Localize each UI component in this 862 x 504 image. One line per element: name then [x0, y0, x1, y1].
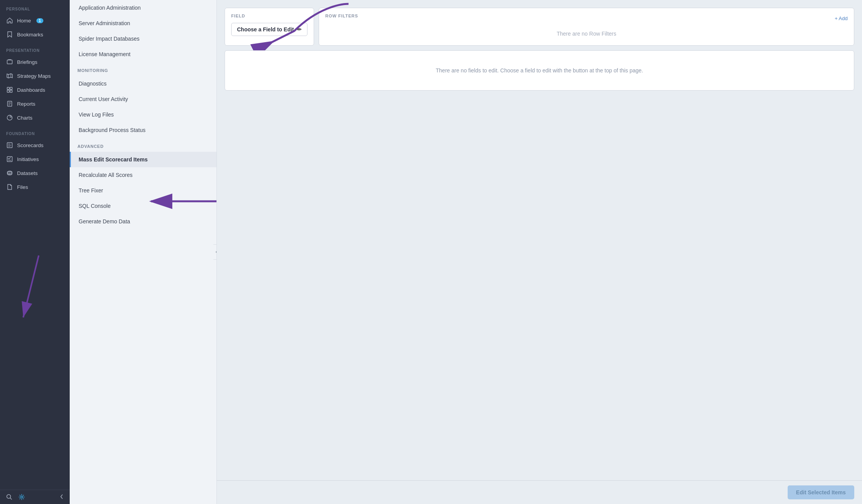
sidebar-item-briefings[interactable]: Briefings — [0, 55, 70, 69]
sidebar-item-datasets[interactable]: Datasets — [0, 166, 70, 180]
home-badge: 1 — [36, 18, 43, 23]
main-content: FIELD Choose a Field to Edit ✏ ROW FILTE… — [217, 0, 862, 480]
sidebar-item-home-label: Home — [17, 18, 31, 24]
nav-item-diagnostics[interactable]: Diagnostics — [70, 76, 216, 91]
search-icon-btn[interactable] — [6, 494, 12, 500]
pencil-icon: ✏ — [297, 26, 302, 33]
svg-point-11 — [21, 496, 23, 498]
add-row-filter-button[interactable]: + Add — [835, 15, 848, 21]
settings-icon-btn[interactable] — [19, 494, 25, 500]
sidebar-item-dashboards-label: Dashboards — [17, 87, 45, 93]
svg-rect-0 — [7, 60, 12, 64]
top-row: FIELD Choose a Field to Edit ✏ ROW FILTE… — [225, 8, 854, 46]
nav-panel: Application Administration Server Admini… — [70, 0, 217, 504]
no-fields-text: There are no fields to edit. Choose a fi… — [436, 67, 643, 74]
dashboards-icon — [6, 86, 13, 93]
sidebar-item-charts-label: Charts — [17, 115, 33, 121]
main-area: FIELD Choose a Field to Edit ✏ ROW FILTE… — [217, 0, 862, 504]
nav-item-server-administration[interactable]: Server Administration — [70, 15, 216, 31]
sidebar-item-charts[interactable]: Charts — [0, 111, 70, 125]
sidebar-foundation-label: FOUNDATION — [0, 125, 70, 138]
nav-item-application-administration[interactable]: Application Administration — [70, 0, 216, 15]
svg-rect-8 — [7, 157, 12, 162]
no-filters-text: There are no Row Filters — [325, 27, 848, 40]
nav-monitoring-label: MONITORING — [70, 62, 216, 76]
svg-point-9 — [7, 171, 12, 173]
home-icon — [6, 17, 13, 24]
nav-advanced-label: ADVANCED — [70, 138, 216, 152]
nav-item-spider-impact-databases[interactable]: Spider Impact Databases — [70, 31, 216, 46]
initiatives-icon — [6, 156, 13, 163]
reports-icon — [6, 100, 13, 107]
datasets-icon — [6, 170, 13, 177]
sidebar: PERSONAL Home 1 Bookmarks PRESENTATION B… — [0, 0, 70, 504]
nav-item-mass-edit-scorecard-items[interactable]: Mass Edit Scorecard Items — [70, 152, 216, 167]
sidebar-item-files[interactable]: Files — [0, 180, 70, 194]
nav-panel-collapse[interactable] — [213, 244, 217, 260]
nav-item-generate-demo-data[interactable]: Generate Demo Data — [70, 214, 216, 229]
sidebar-item-scorecards-label: Scorecards — [17, 142, 43, 148]
sidebar-item-initiatives[interactable]: Initiatives — [0, 152, 70, 166]
sidebar-item-briefings-label: Briefings — [17, 59, 38, 65]
svg-rect-2 — [10, 87, 12, 90]
sidebar-item-files-label: Files — [17, 184, 28, 190]
sidebar-item-datasets-label: Datasets — [17, 170, 38, 176]
field-panel-header: FIELD — [231, 14, 307, 18]
map-icon — [6, 72, 13, 79]
sidebar-item-strategy-maps-label: Strategy Maps — [17, 73, 51, 79]
files-icon — [6, 183, 13, 190]
sidebar-personal-label: PERSONAL — [0, 0, 70, 14]
choose-field-label: Choose a Field to Edit — [237, 26, 294, 33]
sidebar-presentation-label: PRESENTATION — [0, 41, 70, 55]
bottom-bar: Edit Selected Items — [217, 480, 862, 504]
sidebar-item-home[interactable]: Home 1 — [0, 14, 70, 27]
sidebar-item-strategy-maps[interactable]: Strategy Maps — [0, 69, 70, 83]
nav-item-recalculate-all-scores[interactable]: Recalculate All Scores — [70, 167, 216, 183]
svg-rect-4 — [10, 90, 12, 93]
row-filters-header: ROW FILTERS + Add — [325, 14, 848, 23]
collapse-icon[interactable] — [60, 494, 64, 500]
bookmark-icon — [6, 31, 13, 38]
svg-rect-1 — [7, 87, 10, 90]
choose-field-button[interactable]: Choose a Field to Edit ✏ — [231, 23, 307, 36]
sidebar-item-initiatives-label: Initiatives — [17, 156, 39, 162]
nav-items-no-section: Application Administration Server Admini… — [70, 0, 216, 62]
edit-selected-items-button[interactable]: Edit Selected Items — [788, 485, 854, 499]
nav-item-background-process-status[interactable]: Background Process Status — [70, 122, 216, 138]
field-panel: FIELD Choose a Field to Edit ✏ — [225, 8, 314, 46]
no-fields-panel: There are no fields to edit. Choose a fi… — [225, 50, 854, 91]
sidebar-item-reports-label: Reports — [17, 101, 35, 107]
nav-item-tree-fixer[interactable]: Tree Fixer — [70, 183, 216, 198]
nav-item-view-log-files[interactable]: View Log Files — [70, 107, 216, 122]
row-filters-panel: ROW FILTERS + Add There are no Row Filte… — [319, 8, 854, 46]
nav-item-sql-console[interactable]: SQL Console — [70, 198, 216, 214]
sidebar-item-dashboards[interactable]: Dashboards — [0, 83, 70, 97]
scorecards-icon — [6, 142, 13, 149]
briefings-icon — [6, 58, 13, 65]
row-filters-panel-header: ROW FILTERS — [325, 14, 358, 18]
nav-item-current-user-activity[interactable]: Current User Activity — [70, 91, 216, 107]
sidebar-item-scorecards[interactable]: Scorecards — [0, 138, 70, 152]
sidebar-bottom — [0, 490, 70, 504]
sidebar-item-bookmarks-label: Bookmarks — [17, 32, 43, 38]
svg-rect-3 — [7, 90, 10, 93]
nav-item-license-management[interactable]: License Management — [70, 46, 216, 62]
sidebar-item-reports[interactable]: Reports — [0, 97, 70, 111]
sidebar-item-bookmarks[interactable]: Bookmarks — [0, 27, 70, 41]
charts-icon — [6, 114, 13, 121]
